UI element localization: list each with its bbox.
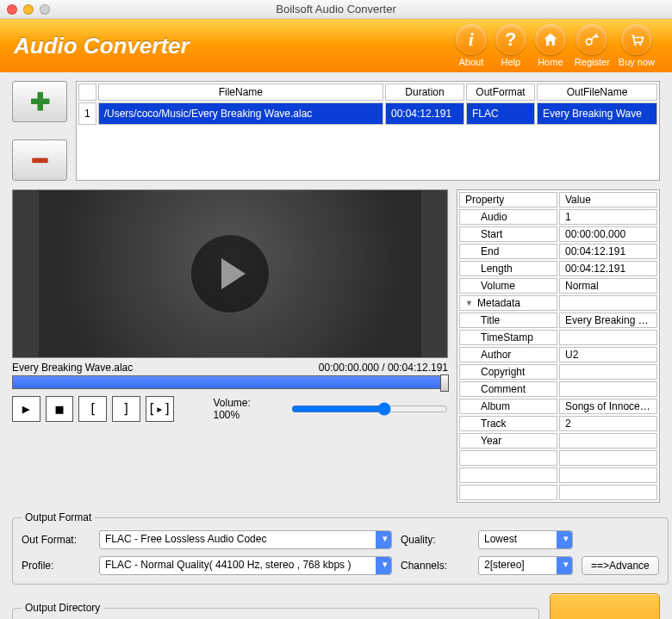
quality-select[interactable]: Lowest (478, 530, 573, 549)
mark-out-button[interactable]: ] (112, 396, 140, 422)
volume-label: Volume: 100% (214, 397, 277, 421)
seek-slider[interactable] (12, 375, 448, 389)
col-duration: Duration (385, 84, 464, 101)
current-file-label: Every Breaking Wave.alac (12, 362, 133, 374)
col-filename: FileName (98, 84, 383, 101)
remove-file-button[interactable]: ━ (12, 139, 67, 181)
zoom-window-button (40, 4, 50, 15)
app-header: Audio Converter i About ? Help Home Regi… (0, 19, 672, 72)
jump-end-button[interactable]: [▸] (146, 396, 174, 422)
about-button[interactable]: i About (456, 24, 487, 67)
buy-now-button[interactable]: Buy now (619, 24, 655, 67)
question-icon: ? (495, 24, 526, 55)
titlebar: Boilsoft Audio Converter (0, 0, 672, 19)
svg-point-2 (639, 44, 642, 46)
profile-select[interactable]: FLAC - Normal Quality( 44100 Hz, stereo … (99, 556, 392, 575)
play-overlay-button[interactable] (191, 235, 269, 313)
play-button[interactable]: ▶ (12, 396, 40, 422)
advance-button[interactable]: ==>Advance (582, 556, 659, 575)
start-button[interactable]: Start (550, 593, 660, 619)
svg-point-1 (634, 44, 637, 46)
cart-icon (621, 24, 652, 55)
col-outformat: OutFormat (466, 84, 535, 101)
properties-table[interactable]: PropertyValue Audio1 Start00:00:00.000 E… (457, 189, 660, 503)
mark-in-button[interactable]: [ (78, 396, 107, 422)
stop-button[interactable]: ■ (46, 396, 74, 422)
svg-point-0 (587, 39, 593, 45)
preview-area (12, 189, 448, 358)
key-icon (576, 24, 607, 55)
home-icon (535, 24, 566, 55)
home-button[interactable]: Home (535, 24, 566, 67)
channels-select[interactable]: 2[stereo] (478, 556, 573, 575)
output-directory-group: Output Directory Out Folder: Browser... … (12, 602, 539, 619)
window-title: Boilsoft Audio Converter (276, 3, 395, 15)
output-format-group: Output Format Out Format: FLAC - Free Lo… (12, 511, 669, 585)
col-outfilename: OutFileName (537, 84, 657, 101)
table-row[interactable]: 1 /Users/coco/Music/Every Breaking Wave.… (78, 102, 657, 125)
minimize-window-button[interactable] (23, 4, 34, 15)
register-button[interactable]: Register (575, 24, 610, 67)
add-file-button[interactable]: ✚ (12, 81, 67, 122)
time-display: 00:00:00.000 / 00:04:12.191 (319, 362, 448, 374)
file-list-table[interactable]: FileName Duration OutFormat OutFileName … (76, 81, 660, 181)
volume-slider[interactable] (291, 402, 448, 416)
close-window-button[interactable] (7, 4, 17, 15)
app-title: Audio Converter (14, 33, 190, 59)
out-format-select[interactable]: FLAC - Free Lossless Audio Codec (99, 530, 392, 549)
help-button[interactable]: ? Help (495, 24, 526, 67)
info-icon: i (456, 24, 487, 55)
seek-thumb[interactable] (440, 374, 449, 392)
